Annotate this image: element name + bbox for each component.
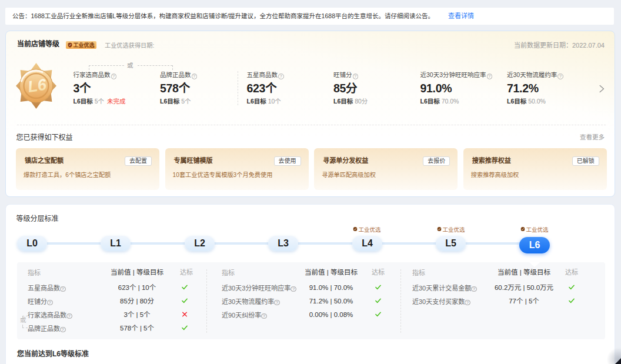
svg-text:L6: L6 (26, 76, 48, 96)
